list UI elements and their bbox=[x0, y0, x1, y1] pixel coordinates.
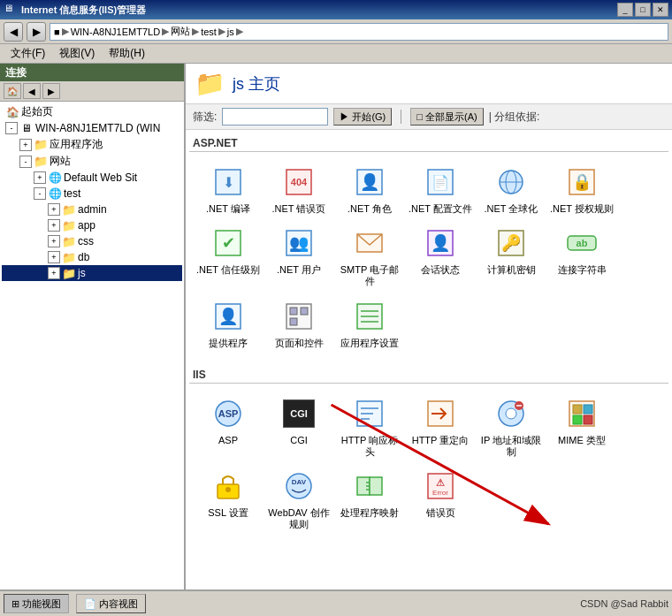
icon-smtp[interactable]: SMTP 电子邮件 bbox=[334, 220, 405, 293]
window-controls: _ □ ✕ bbox=[617, 3, 668, 17]
svg-text:404: 404 bbox=[291, 177, 308, 187]
status-right: CSDN @Sad Rabbit bbox=[580, 598, 668, 609]
left-panel: 连接 🏠 ◀ ▶ 🏠 起始页 - 🖥 WIN-A8NJ1EMT7LD (WIN bbox=[0, 64, 186, 589]
tree-item-db[interactable]: + 📁 db bbox=[2, 249, 182, 265]
globe-icon-test: 🌐 bbox=[48, 186, 62, 201]
path-server: WIN-A8NJ1EMT7LD bbox=[71, 27, 160, 37]
tree-item-home[interactable]: 🏠 起始页 bbox=[2, 103, 182, 120]
icon-net-auth[interactable]: 🔒 .NET 授权规则 bbox=[546, 159, 617, 220]
right-header: 📁 js 主页 bbox=[186, 64, 672, 104]
menu-view[interactable]: 视图(V) bbox=[52, 44, 102, 63]
icon-session[interactable]: 👤 会话状态 bbox=[405, 220, 476, 293]
expand-admin[interactable]: + bbox=[48, 203, 60, 216]
expand-js[interactable]: + bbox=[48, 267, 60, 279]
folder-icon-css: 📁 bbox=[62, 234, 76, 248]
path-test: test bbox=[201, 27, 217, 37]
tree-item-apppool[interactable]: + 📁 应用程序池 bbox=[2, 136, 182, 153]
svg-text:Error: Error bbox=[432, 489, 448, 497]
icon-net-config[interactable]: 📄 .NET 配置文件 bbox=[405, 159, 476, 220]
menu-file[interactable]: 文件(F) bbox=[4, 44, 52, 63]
filter-showall-btn[interactable]: □ 全部显示(A) bbox=[410, 108, 483, 125]
menu-bar: 文件(F) 视图(V) 帮助(H) bbox=[0, 44, 672, 64]
iis-icons-grid: ASP ASP CGI CGI HTTP 响应标头 bbox=[189, 387, 668, 540]
icon-mime[interactable]: MIME 类型 bbox=[546, 391, 617, 463]
svg-text:ASP: ASP bbox=[218, 408, 239, 419]
expand-apppool[interactable]: + bbox=[19, 139, 32, 151]
tree-item-css[interactable]: + 📁 css bbox=[2, 233, 182, 249]
filter-separator bbox=[401, 110, 401, 124]
conn-forward-btn[interactable]: ▶ bbox=[42, 83, 60, 99]
window-title: Internet 信息服务(IIS)管理器 bbox=[21, 4, 617, 17]
right-panel: 📁 js 主页 筛选: ▶ 开始(G) □ 全部显示(A) | 分组依据: AS… bbox=[186, 64, 672, 589]
maximize-button[interactable]: □ bbox=[635, 3, 651, 17]
svg-rect-28 bbox=[301, 308, 308, 315]
svg-rect-49 bbox=[584, 415, 592, 424]
expand-defaultsite[interactable]: + bbox=[34, 171, 46, 184]
icon-provider[interactable]: 👤 提供程序 bbox=[193, 293, 263, 354]
icon-net-trust[interactable]: ✔ .NET 信任级别 bbox=[193, 220, 263, 293]
expand-app[interactable]: + bbox=[48, 219, 60, 232]
filter-label: 筛选: bbox=[193, 110, 217, 125]
icon-net-error[interactable]: 404 .NET 错误页 bbox=[263, 159, 334, 220]
expand-sites[interactable]: - bbox=[19, 156, 32, 168]
tree-item-test[interactable]: - 🌐 test bbox=[2, 186, 182, 202]
tree-item-js[interactable]: + 📁 js bbox=[2, 265, 182, 281]
tree-item-app[interactable]: + 📁 app bbox=[2, 217, 182, 233]
app-icon: 🖥 bbox=[4, 3, 18, 17]
svg-text:✔: ✔ bbox=[222, 234, 235, 252]
tree-item-defaultsite[interactable]: + 🌐 Default Web Sit bbox=[2, 170, 182, 186]
icon-net-role[interactable]: 👤 .NET 角色 bbox=[334, 159, 405, 220]
conn-home-btn[interactable]: 🏠 bbox=[4, 83, 21, 99]
section-iis: IIS bbox=[189, 365, 668, 384]
content-view-btn[interactable]: 📄 内容视图 bbox=[76, 594, 146, 613]
tree-item-admin[interactable]: + 📁 admin bbox=[2, 202, 182, 217]
filter-input[interactable] bbox=[222, 108, 328, 125]
back-button[interactable]: ◀ bbox=[4, 22, 23, 42]
svg-text:👤: 👤 bbox=[431, 233, 451, 253]
expand-db[interactable]: + bbox=[48, 251, 60, 263]
svg-text:⚠: ⚠ bbox=[436, 477, 445, 488]
icon-net-global[interactable]: .NET 全球化 bbox=[476, 159, 546, 220]
icon-machinekey[interactable]: 🔑 计算机密钥 bbox=[476, 220, 546, 293]
forward-button[interactable]: ▶ bbox=[27, 22, 46, 42]
icon-connstring[interactable]: ab 连接字符串 bbox=[546, 220, 617, 293]
icon-net-compile[interactable]: ⬇ .NET 编译 bbox=[193, 159, 263, 220]
icon-error-page[interactable]: ⚠Error 错误页 bbox=[405, 463, 476, 536]
svg-text:ab: ab bbox=[577, 238, 588, 248]
conn-back-btn[interactable]: ◀ bbox=[23, 83, 41, 99]
svg-text:🔑: 🔑 bbox=[501, 233, 522, 253]
icon-handler[interactable]: 处理程序映射 bbox=[334, 463, 405, 536]
svg-text:DAV: DAV bbox=[292, 478, 307, 486]
feature-view-btn[interactable]: ⊞ 功能视图 bbox=[4, 594, 69, 613]
icon-net-user[interactable]: 👥 .NET 用户 bbox=[263, 220, 334, 293]
expand-server[interactable]: - bbox=[5, 122, 18, 134]
content-view-icon: 📄 bbox=[84, 598, 96, 610]
feature-view-icon: ⊞ bbox=[11, 598, 19, 610]
menu-help[interactable]: 帮助(H) bbox=[102, 44, 152, 63]
icon-pagecontrol[interactable]: 页面和控件 bbox=[263, 293, 334, 354]
icon-appsetting[interactable]: 应用程序设置 bbox=[334, 293, 405, 354]
main-layout: 连接 🏠 ◀ ▶ 🏠 起始页 - 🖥 WIN-A8NJ1EMT7LD (WIN bbox=[0, 64, 672, 589]
filter-start-btn[interactable]: ▶ 开始(G) bbox=[333, 108, 392, 125]
address-path[interactable]: ■ ▶ WIN-A8NJ1EMT7LD ▶ 网站 ▶ test ▶ js ▶ bbox=[50, 23, 668, 41]
icon-webdav[interactable]: DAV WebDAV 创作规则 bbox=[263, 463, 334, 536]
path-sites: 网站 bbox=[171, 25, 190, 38]
icon-asp[interactable]: ASP ASP bbox=[193, 391, 263, 463]
minimize-button[interactable]: _ bbox=[617, 3, 633, 17]
icon-ip-domain[interactable]: IP 地址和域限制 bbox=[476, 391, 546, 463]
icon-http-redirect[interactable]: HTTP 重定向 bbox=[405, 391, 476, 463]
folder-icon-sites: 📁 bbox=[34, 155, 48, 169]
path-js: js bbox=[227, 27, 234, 37]
icon-cgi[interactable]: CGI CGI bbox=[263, 391, 334, 463]
tree-item-server[interactable]: - 🖥 WIN-A8NJ1EMT7LD (WIN bbox=[2, 120, 182, 136]
svg-rect-47 bbox=[584, 405, 592, 414]
expand-css[interactable]: + bbox=[48, 235, 60, 247]
icon-http-response[interactable]: HTTP 响应标头 bbox=[334, 391, 405, 463]
address-bar: ◀ ▶ ■ ▶ WIN-A8NJ1EMT7LD ▶ 网站 ▶ test ▶ js… bbox=[0, 19, 672, 44]
aspnet-icons-grid: ⬇ .NET 编译 404 .NET 错误页 👤 .NET 角色 bbox=[189, 156, 668, 358]
icon-ssl[interactable]: SSL 设置 bbox=[193, 463, 263, 536]
status-bar: ⊞ 功能视图 📄 内容视图 CSDN @Sad Rabbit bbox=[0, 589, 672, 616]
expand-test[interactable]: - bbox=[34, 187, 46, 200]
close-button[interactable]: ✕ bbox=[653, 3, 668, 17]
tree-item-sites[interactable]: - 📁 网站 bbox=[2, 153, 182, 170]
